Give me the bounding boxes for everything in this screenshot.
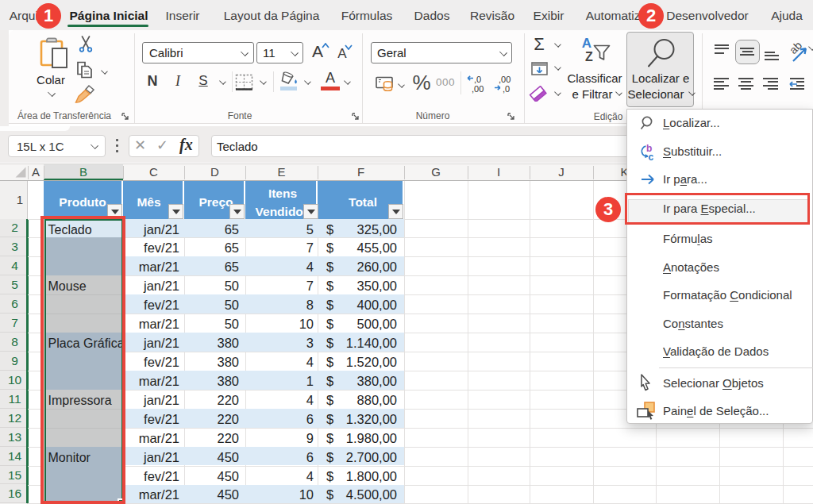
svg-text:c: c <box>649 152 654 161</box>
svg-text:,00: ,00 <box>472 84 484 94</box>
svg-text:,0: ,0 <box>503 84 510 94</box>
svg-text:,0: ,0 <box>474 75 481 84</box>
svg-text:,00: ,00 <box>499 75 511 84</box>
